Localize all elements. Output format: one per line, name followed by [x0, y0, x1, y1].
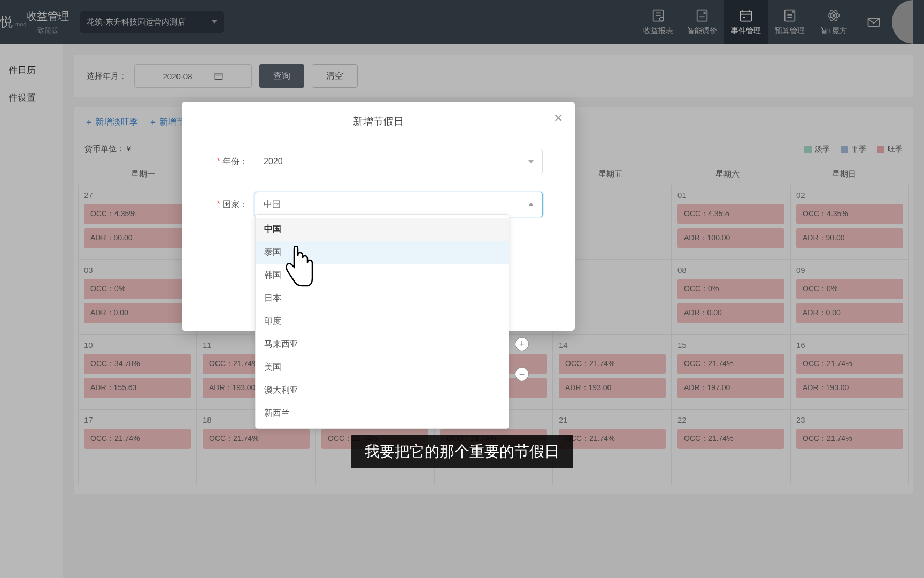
- country-select[interactable]: [255, 192, 543, 217]
- video-subtitle: 我要把它的那个重要的节假日: [351, 435, 573, 468]
- country-dropdown: 中国泰国韩国日本印度马来西亚美国澳大利亚新西兰: [255, 214, 509, 429]
- country-option[interactable]: 美国: [256, 356, 509, 379]
- country-option[interactable]: 澳大利亚: [256, 379, 509, 402]
- year-select[interactable]: 2020: [255, 149, 543, 174]
- year-label: *年份：: [214, 156, 248, 168]
- modal-title: 新增节假日: [353, 116, 404, 127]
- country-option[interactable]: 日本: [256, 287, 509, 310]
- country-option[interactable]: 新西兰: [256, 402, 509, 425]
- chevron-down-icon: [528, 160, 534, 163]
- country-input[interactable]: [264, 200, 528, 209]
- country-option[interactable]: 泰国: [256, 241, 509, 264]
- country-option[interactable]: 印度: [256, 310, 509, 333]
- year-value: 2020: [264, 157, 283, 166]
- country-label: *国家：: [214, 199, 248, 210]
- close-icon[interactable]: ✕: [553, 111, 563, 125]
- country-option[interactable]: 马来西亚: [256, 333, 509, 356]
- remove-circle-button[interactable]: −: [515, 367, 529, 381]
- chevron-up-icon: [528, 203, 534, 206]
- country-option[interactable]: 韩国: [256, 264, 509, 287]
- add-circle-button[interactable]: +: [515, 337, 529, 351]
- country-option[interactable]: 中国: [256, 218, 509, 241]
